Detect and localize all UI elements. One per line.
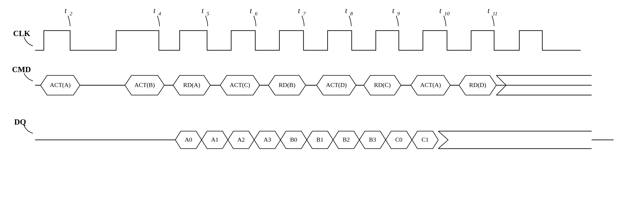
svg-text:A2: A2: [237, 136, 245, 143]
clk-label: CLK: [13, 29, 30, 38]
dq-a0: A0: [175, 131, 202, 149]
dq-c1: C1: [412, 131, 438, 149]
svg-rect-0: [0, 0, 644, 212]
svg-text:ACT(C): ACT(C): [230, 82, 250, 88]
svg-text:B2: B2: [343, 136, 350, 143]
t10-subscript: 10: [444, 11, 450, 16]
svg-text:A0: A0: [185, 136, 192, 143]
t6-label: t: [250, 6, 252, 15]
svg-text:ACT(A): ACT(A): [50, 82, 71, 88]
dq-a3: A3: [254, 131, 280, 149]
cmd-rd-c: RD(C): [364, 75, 401, 95]
cmd-rd-b: RD(B): [268, 75, 306, 95]
svg-text:C0: C0: [395, 136, 402, 143]
cmd-act-a2: ACT(A): [411, 75, 450, 95]
svg-text:B0: B0: [290, 136, 297, 143]
dq-a1: A1: [202, 131, 228, 149]
t7-subscript: 7: [303, 11, 306, 16]
svg-text:B1: B1: [316, 136, 324, 143]
t4-label: t: [154, 6, 156, 15]
svg-text:ACT(B): ACT(B): [134, 82, 155, 88]
t8-subscript: 8: [350, 11, 353, 16]
svg-text:A1: A1: [211, 136, 218, 143]
dq-c0: C0: [386, 131, 412, 149]
t5-label: t: [202, 6, 204, 15]
dq-a2: A2: [228, 131, 254, 149]
cmd-act-a: ACT(A): [40, 75, 80, 95]
cmd-act-b: ACT(B): [125, 75, 164, 95]
t8-label: t: [345, 6, 348, 15]
svg-text:RD(C): RD(C): [374, 82, 391, 88]
cmd-label: CMD: [12, 65, 31, 74]
dq-b3: B3: [359, 131, 386, 149]
svg-text:RD(B): RD(B): [279, 82, 296, 88]
t7-label: t: [298, 6, 300, 15]
dq-b2: B2: [333, 131, 359, 149]
svg-text:C1: C1: [422, 136, 429, 143]
svg-text:A3: A3: [264, 136, 271, 143]
t9-subscript: 9: [397, 11, 400, 16]
t11-label: t: [488, 6, 490, 15]
svg-text:RD(D): RD(D): [469, 82, 486, 88]
dq-b1: B1: [307, 131, 333, 149]
cmd-rd-a: RD(A): [173, 75, 210, 95]
cmd-act-d: ACT(D): [317, 75, 356, 95]
t6-subscript: 6: [255, 11, 258, 16]
dq-label: DQ: [14, 117, 26, 126]
t11-subscript: 11: [492, 11, 498, 16]
svg-text:RD(A): RD(A): [183, 82, 200, 88]
cmd-rd-d: RD(D): [459, 75, 496, 95]
t2-label: t: [65, 6, 67, 15]
t4-subscript: 4: [158, 11, 161, 16]
t2-subscript: 2: [70, 11, 72, 16]
svg-text:B3: B3: [369, 136, 376, 143]
svg-text:ACT(D): ACT(D): [326, 82, 347, 88]
t10-label: t: [439, 6, 442, 15]
cmd-act-c: ACT(C): [220, 75, 260, 95]
svg-text:ACT(A): ACT(A): [420, 82, 441, 88]
t5-subscript: 5: [207, 11, 209, 16]
t9-label: t: [392, 6, 395, 15]
timing-diagram: CLK CMD DQ t 2 t 4 t 5 t 6 t 7 t 8 t 9 t: [0, 0, 644, 212]
dq-b0: B0: [280, 131, 307, 149]
